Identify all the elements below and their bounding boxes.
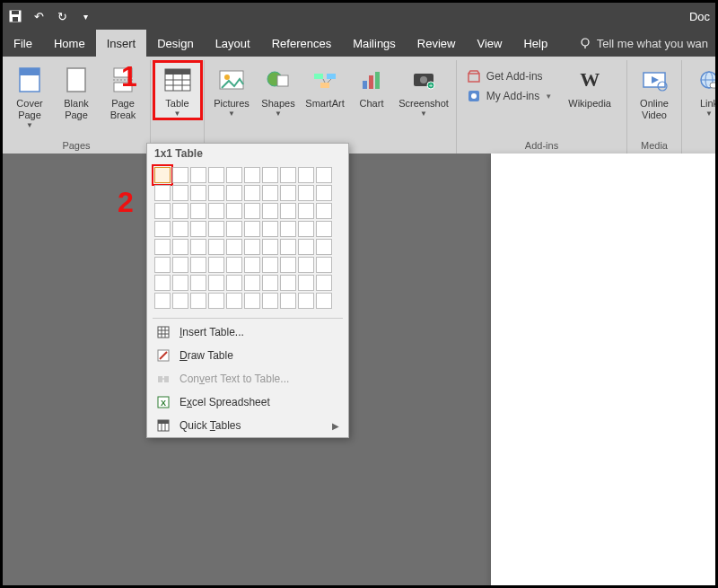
table-grid-cell[interactable]	[244, 293, 260, 309]
table-grid-cell[interactable]	[298, 221, 314, 237]
table-grid-cell[interactable]	[316, 185, 332, 201]
table-grid-cell[interactable]	[316, 239, 332, 255]
table-grid-cell[interactable]	[226, 293, 242, 309]
blank-page-button[interactable]: Blank Page	[55, 62, 98, 121]
table-grid-cell[interactable]	[262, 203, 278, 219]
table-grid-cell[interactable]	[316, 221, 332, 237]
tab-layout[interactable]: Layout	[205, 30, 261, 57]
tab-help[interactable]: Help	[512, 30, 558, 57]
table-grid-cell[interactable]	[190, 185, 206, 201]
table-grid-cell[interactable]	[280, 239, 296, 255]
document-page[interactable]	[491, 154, 715, 585]
table-grid-cell[interactable]	[262, 275, 278, 291]
table-grid-cell[interactable]	[172, 167, 188, 183]
table-grid-cell[interactable]	[280, 221, 296, 237]
customize-qat-icon[interactable]: ▾	[78, 9, 92, 23]
table-grid-cell[interactable]	[172, 275, 188, 291]
table-grid-cell[interactable]	[190, 275, 206, 291]
online-video-button[interactable]: Online Video	[633, 62, 676, 121]
table-grid-cell[interactable]	[208, 167, 224, 183]
tab-review[interactable]: Review	[407, 30, 467, 57]
table-grid-cell[interactable]	[262, 221, 278, 237]
tab-home[interactable]: Home	[43, 30, 96, 57]
draw-table-menuitem[interactable]: Draw Table	[147, 344, 348, 367]
table-grid-cell[interactable]	[226, 203, 242, 219]
cover-page-button[interactable]: Cover Page ▼	[8, 62, 51, 130]
undo-icon[interactable]: ↶	[31, 9, 46, 23]
table-grid-cell[interactable]	[316, 167, 332, 183]
table-size-grid[interactable]: // placeholder — cells generated below a…	[147, 163, 348, 316]
table-grid-cell[interactable]	[262, 293, 278, 309]
table-grid-cell[interactable]	[280, 185, 296, 201]
table-grid-cell[interactable]	[226, 239, 242, 255]
table-grid-cell[interactable]	[244, 275, 260, 291]
table-grid-cell[interactable]	[280, 275, 296, 291]
link-button[interactable]: Link ▼	[687, 62, 718, 118]
table-grid-cell[interactable]	[316, 203, 332, 219]
table-grid-cell[interactable]	[316, 257, 332, 273]
excel-spreadsheet-menuitem[interactable]: X Excel Spreadsheet	[147, 391, 348, 414]
table-grid-cell[interactable]	[298, 239, 314, 255]
table-grid-cell[interactable]	[172, 221, 188, 237]
table-grid-cell[interactable]	[298, 293, 314, 309]
table-grid-cell[interactable]	[244, 239, 260, 255]
table-grid-cell[interactable]	[226, 185, 242, 201]
table-grid-cell[interactable]	[244, 185, 260, 201]
table-grid-cell[interactable]	[154, 239, 171, 255]
table-grid-cell[interactable]	[244, 257, 260, 273]
save-icon[interactable]	[8, 9, 22, 23]
table-grid-cell[interactable]	[172, 203, 188, 219]
quick-tables-menuitem[interactable]: Quick Tables ▶	[147, 414, 348, 437]
table-grid-cell[interactable]	[280, 167, 296, 183]
table-grid-cell[interactable]	[226, 275, 242, 291]
screenshot-button[interactable]: + Screenshot ▼	[397, 62, 451, 118]
table-grid-cell[interactable]	[154, 275, 171, 291]
table-grid-cell[interactable]	[154, 203, 171, 219]
shapes-button[interactable]: Shapes ▼	[257, 62, 300, 118]
table-grid-cell[interactable]	[208, 185, 224, 201]
table-grid-cell[interactable]	[190, 257, 206, 273]
chart-button[interactable]: Chart	[350, 62, 393, 110]
tab-view[interactable]: View	[466, 30, 512, 57]
table-grid-cell[interactable]	[154, 221, 171, 237]
table-grid-cell[interactable]	[208, 257, 224, 273]
table-grid-cell[interactable]	[190, 293, 206, 309]
table-grid-cell[interactable]	[298, 185, 314, 201]
tab-insert[interactable]: Insert	[96, 30, 147, 57]
table-grid-cell[interactable]	[244, 203, 260, 219]
table-grid-cell[interactable]	[208, 203, 224, 219]
table-grid-cell[interactable]	[190, 221, 206, 237]
table-grid-cell[interactable]	[172, 239, 188, 255]
tab-mailings[interactable]: Mailings	[342, 30, 407, 57]
table-grid-cell[interactable]	[172, 257, 188, 273]
table-grid-cell[interactable]	[208, 239, 224, 255]
table-grid-cell[interactable]	[244, 221, 260, 237]
table-grid-cell[interactable]	[298, 257, 314, 273]
table-grid-cell[interactable]	[208, 221, 224, 237]
table-grid-cell[interactable]	[280, 293, 296, 309]
tell-me-search[interactable]: Tell me what you wan	[597, 37, 708, 50]
table-grid-cell[interactable]	[154, 293, 171, 309]
table-grid-cell[interactable]	[172, 185, 188, 201]
tab-file[interactable]: File	[3, 30, 43, 57]
table-grid-cell[interactable]	[298, 167, 314, 183]
table-grid-cell[interactable]	[244, 167, 260, 183]
table-grid-cell[interactable]	[190, 203, 206, 219]
table-grid-cell[interactable]	[208, 275, 224, 291]
table-grid-cell[interactable]	[316, 293, 332, 309]
table-grid-cell[interactable]	[172, 293, 188, 309]
table-grid-cell[interactable]	[280, 257, 296, 273]
redo-icon[interactable]: ↻	[55, 9, 69, 23]
smartart-button[interactable]: SmartArt	[303, 62, 346, 110]
table-grid-cell[interactable]	[226, 221, 242, 237]
table-grid-cell[interactable]	[190, 167, 206, 183]
table-grid-cell[interactable]	[262, 239, 278, 255]
pictures-button[interactable]: Pictures ▼	[210, 62, 253, 118]
insert-table-menuitem[interactable]: Insert Table...	[147, 320, 348, 344]
table-grid-cell[interactable]	[154, 167, 171, 183]
table-grid-cell[interactable]	[280, 203, 296, 219]
table-button[interactable]: Table ▼	[154, 62, 201, 118]
table-grid-cell[interactable]	[262, 185, 278, 201]
table-grid-cell[interactable]	[190, 239, 206, 255]
table-grid-cell[interactable]	[298, 275, 314, 291]
